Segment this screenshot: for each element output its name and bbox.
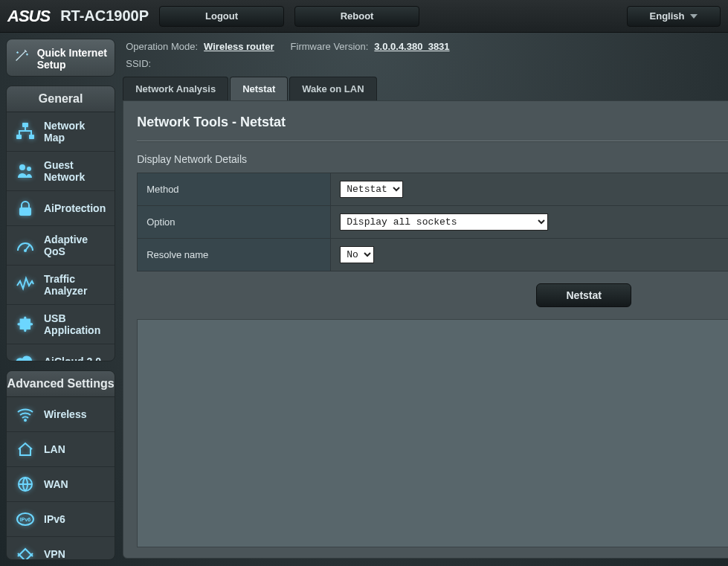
advanced-panel: Advanced Settings Wireless LAN WAN xyxy=(6,370,115,560)
sidebar-item-label: IPv6 xyxy=(44,513,65,525)
sidebar-item-wan[interactable]: WAN xyxy=(7,467,115,502)
svg-text:IPv6: IPv6 xyxy=(20,517,31,522)
svg-point-6 xyxy=(24,249,27,252)
tab-network-analysis[interactable]: Network Analysis xyxy=(123,77,228,100)
svg-rect-2 xyxy=(29,135,34,139)
output-pane[interactable] xyxy=(137,319,728,547)
reboot-button[interactable]: Reboot xyxy=(294,6,419,27)
wifi-icon xyxy=(16,405,35,424)
gauge-icon xyxy=(16,236,35,255)
quick-setup-panel: Quick Internet Setup xyxy=(6,39,115,77)
settings-table: Method Netstat Option Display all socket… xyxy=(137,173,728,271)
home-icon xyxy=(16,440,35,459)
sidebar-item-label: VPN xyxy=(44,548,65,560)
language-label: English xyxy=(650,10,685,22)
chevron-down-icon xyxy=(690,13,698,20)
sidebar-item-label: Traffic Analyzer xyxy=(44,273,106,297)
sidebar-item-lan[interactable]: LAN xyxy=(7,432,115,467)
model-name: RT-AC1900P xyxy=(60,7,149,25)
quick-internet-setup[interactable]: Quick Internet Setup xyxy=(7,39,115,77)
resolve-select[interactable]: No xyxy=(340,246,374,263)
quick-setup-label: Quick Internet Setup xyxy=(37,47,108,71)
tabs: Network Analysis Netstat Wake on LAN xyxy=(123,77,728,100)
sidebar-item-label: Network Map xyxy=(44,120,106,144)
sidebar: Quick Internet Setup General Network Map… xyxy=(0,33,121,566)
output-content xyxy=(138,320,728,547)
sidebar-item-guest-network[interactable]: Guest Network xyxy=(7,152,115,191)
tab-netstat[interactable]: Netstat xyxy=(230,77,288,100)
general-header: General xyxy=(7,86,115,112)
sidebar-item-label: WAN xyxy=(44,478,68,490)
sidebar-item-label: USB Application xyxy=(44,312,106,336)
method-label: Method xyxy=(138,173,331,206)
main-card: Network Tools - Netstat Display Network … xyxy=(123,100,728,559)
sidebar-item-adaptive-qos[interactable]: Adaptive QoS xyxy=(7,226,115,266)
ipv6-icon: IPv6 xyxy=(16,509,35,529)
lock-icon xyxy=(16,199,35,218)
wand-icon xyxy=(14,49,30,68)
sidebar-item-label: Adaptive QoS xyxy=(44,234,106,257)
globe-icon xyxy=(16,475,35,494)
page-title: Network Tools - Netstat xyxy=(137,115,728,130)
waveform-icon xyxy=(16,275,35,295)
sidebar-item-aiprotection[interactable]: AiProtection xyxy=(7,191,115,226)
vpn-icon xyxy=(16,544,35,560)
language-dropdown[interactable]: English xyxy=(627,6,721,27)
info-row-1: Operation Mode: Wireless router Firmware… xyxy=(123,37,728,57)
fw-label: Firmware Version: xyxy=(291,41,369,52)
advanced-header: Advanced Settings xyxy=(7,371,115,397)
option-label: Option xyxy=(138,206,331,239)
sidebar-item-label: LAN xyxy=(44,443,65,455)
guest-network-icon xyxy=(16,161,35,181)
sidebar-item-network-map[interactable]: Network Map xyxy=(7,112,115,152)
tab-wake-on-lan[interactable]: Wake on LAN xyxy=(289,77,376,100)
cloud-icon xyxy=(16,352,35,361)
svg-point-3 xyxy=(19,164,25,170)
netstat-button[interactable]: Netstat xyxy=(536,283,631,307)
option-select[interactable]: Display all sockets xyxy=(340,213,548,231)
fw-link[interactable]: 3.0.0.4.380_3831 xyxy=(374,41,449,52)
general-panel: General Network Map Guest Network AiProt… xyxy=(6,86,115,361)
svg-point-4 xyxy=(27,167,31,171)
ssid-label: SSID: xyxy=(126,58,151,69)
sidebar-item-aicloud[interactable]: AiCloud 2.0 xyxy=(7,344,115,361)
logout-button[interactable]: Logout xyxy=(159,6,284,27)
op-mode-label: Operation Mode: xyxy=(126,41,198,52)
topbar: ASUS RT-AC1900P Logout Reboot English xyxy=(0,0,728,33)
content-area: Operation Mode: Wireless router Firmware… xyxy=(121,33,728,566)
network-map-icon xyxy=(16,122,35,141)
op-mode-link[interactable]: Wireless router xyxy=(204,41,274,52)
sidebar-item-wireless[interactable]: Wireless xyxy=(7,397,115,432)
method-select[interactable]: Netstat xyxy=(340,181,403,198)
sidebar-item-label: Wireless xyxy=(44,408,86,420)
actions-row: Netstat xyxy=(137,283,728,307)
sidebar-item-label: AiProtection xyxy=(44,202,106,214)
resolve-label: Resolve name xyxy=(138,239,331,271)
sidebar-item-label: AiCloud 2.0 xyxy=(44,356,101,361)
sidebar-item-vpn[interactable]: VPN xyxy=(7,537,115,560)
section-subhead: Display Network Details xyxy=(137,153,728,165)
puzzle-icon xyxy=(16,315,35,334)
sidebar-item-usb-application[interactable]: USB Application xyxy=(7,305,115,344)
sidebar-item-ipv6[interactable]: IPv6 IPv6 xyxy=(7,502,115,537)
sidebar-item-label: Guest Network xyxy=(44,159,106,183)
divider xyxy=(137,141,728,141)
svg-point-7 xyxy=(24,419,27,422)
sidebar-item-traffic-analyzer[interactable]: Traffic Analyzer xyxy=(7,266,115,305)
svg-rect-0 xyxy=(22,123,28,127)
info-row-2: SSID: xyxy=(123,57,728,72)
svg-rect-1 xyxy=(16,135,22,139)
svg-rect-5 xyxy=(19,208,31,216)
brand-logo: ASUS xyxy=(7,8,50,25)
